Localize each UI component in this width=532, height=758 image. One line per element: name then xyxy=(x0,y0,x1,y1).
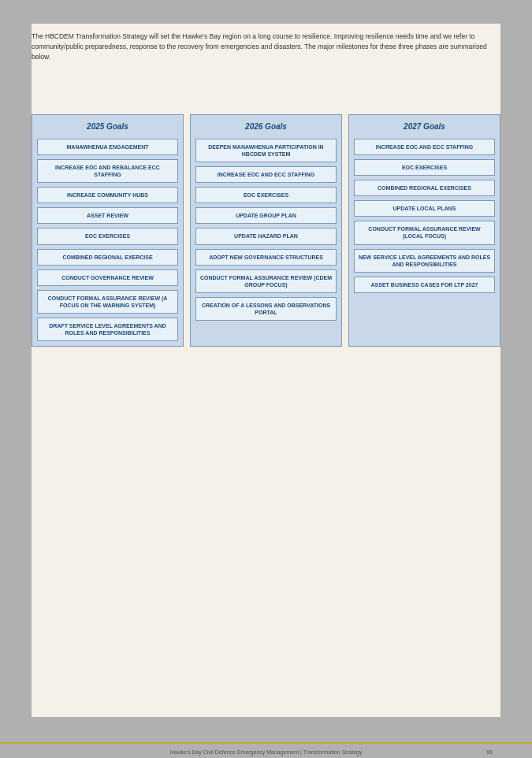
intro-paragraph: The HBCDEM Transformation Strategy will … xyxy=(32,32,500,61)
list-item: INCREASE EOC AND ECC STAFFING xyxy=(354,139,495,155)
list-item: UPDATE HAZARD PLAN xyxy=(195,228,337,244)
list-item: CREATION OF A LESSONS AND OBSERVATIONS P… xyxy=(195,297,337,321)
list-item: CONDUCT FORMAL ASSURANCE REVIEW (CDEM GR… xyxy=(195,269,337,293)
list-item: INCREASE COMMUNITY HUBS xyxy=(37,187,178,203)
list-item: ASSET REVIEW xyxy=(37,207,178,224)
list-item: CONDUCT FORMAL ASSURANCE REVIEW (LOCAL F… xyxy=(354,221,495,244)
list-item: UPDATE LOCAL PLANS xyxy=(354,200,495,217)
list-item: UPDATE GROUP PLAN xyxy=(195,207,337,224)
column-2026-title: 2026 Goals xyxy=(195,120,337,133)
column-2025-title: 2025 Goals xyxy=(37,120,178,133)
list-item: EOC EXERCISES xyxy=(195,187,337,203)
list-item: INCREASE EOC AND REBALANCE ECC STAFFING xyxy=(37,159,178,183)
goals-container: 2025 Goals MANAWHENUA ENGAGEMENT INCREAS… xyxy=(32,114,500,347)
column-2025: 2025 Goals MANAWHENUA ENGAGEMENT INCREAS… xyxy=(32,114,184,347)
footer-bar xyxy=(0,742,532,744)
list-item: ASSET BUSINESS CASES FOR LTP 2027 xyxy=(354,277,495,293)
list-item: MANAWHENUA ENGAGEMENT xyxy=(37,139,178,155)
list-item: EOC EXERCISES xyxy=(37,228,178,244)
list-item: CONDUCT FORMAL ASSURANCE REVIEW (A FOCUS… xyxy=(37,290,178,314)
list-item: COMBINED REGIONAL EXERCISES xyxy=(354,180,495,196)
list-item: DRAFT SERVICE LEVEL AGREEMENTS AND ROLES… xyxy=(37,318,178,341)
column-2027-title: 2027 Goals xyxy=(354,120,495,133)
list-item: COMBINED REGIONAL EXERCISE xyxy=(37,249,178,266)
list-item: NEW SERVICE LEVEL AGREEMENTS AND ROLES A… xyxy=(354,249,495,273)
list-item: CONDUCT GOVERNANCE REVIEW xyxy=(37,269,178,286)
column-2027: 2027 Goals INCREASE EOC AND ECC STAFFING… xyxy=(348,114,500,347)
list-item: DEEPEN MANAWHENUA PARTICIPATION IN HBCDE… xyxy=(195,139,337,162)
column-2026: 2026 Goals DEEPEN MANAWHENUA PARTICIPATI… xyxy=(190,114,342,347)
footer-text: Hawke's Bay Civil Defence Emergency Mana… xyxy=(170,749,363,755)
list-item: ADOPT NEW GOVERNANCE STRUCTURES xyxy=(195,249,337,266)
list-item: EOC EXERCISES xyxy=(354,159,495,176)
list-item: INCREASE EOC AND ECC STAFFING xyxy=(195,166,337,183)
page-number: 99 xyxy=(486,749,493,755)
